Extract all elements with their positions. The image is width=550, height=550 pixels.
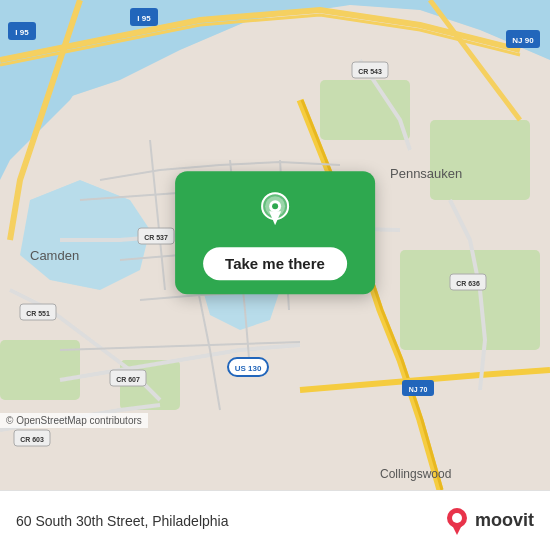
take-me-there-overlay: Take me there — [175, 171, 375, 294]
map-container: I 95 I 95 NJ 90 US 130 US 130 CR 543 CR … — [0, 0, 550, 490]
svg-text:US 130: US 130 — [235, 364, 262, 373]
svg-text:Collingswood: Collingswood — [380, 467, 451, 481]
green-card: Take me there — [175, 171, 375, 294]
moovit-logo: moovit — [443, 507, 534, 535]
take-me-there-button[interactable]: Take me there — [203, 247, 347, 280]
svg-text:CR 543: CR 543 — [358, 68, 382, 75]
osm-attribution: © OpenStreetMap contributors — [0, 413, 148, 428]
svg-text:CR 537: CR 537 — [144, 234, 168, 241]
svg-text:CR 551: CR 551 — [26, 310, 50, 317]
svg-text:NJ 90: NJ 90 — [512, 36, 534, 45]
address-text: 60 South 30th Street, Philadelphia — [16, 513, 229, 529]
bottom-bar: 60 South 30th Street, Philadelphia moovi… — [0, 490, 550, 550]
svg-marker-45 — [452, 525, 462, 535]
svg-text:CR 607: CR 607 — [116, 376, 140, 383]
svg-text:CR 636: CR 636 — [456, 280, 480, 287]
svg-text:I 95: I 95 — [15, 28, 29, 37]
svg-point-40 — [272, 203, 278, 209]
location-pin-icon — [253, 189, 297, 233]
moovit-logo-text: moovit — [475, 510, 534, 531]
svg-text:CR 603: CR 603 — [20, 436, 44, 443]
svg-rect-7 — [400, 250, 540, 350]
moovit-logo-icon — [443, 507, 471, 535]
svg-text:Pennsauken: Pennsauken — [390, 166, 462, 181]
svg-rect-6 — [430, 120, 530, 200]
svg-rect-5 — [320, 80, 410, 140]
svg-text:I 95: I 95 — [137, 14, 151, 23]
svg-text:NJ 70: NJ 70 — [409, 386, 428, 393]
svg-point-44 — [452, 513, 462, 523]
svg-text:Camden: Camden — [30, 248, 79, 263]
